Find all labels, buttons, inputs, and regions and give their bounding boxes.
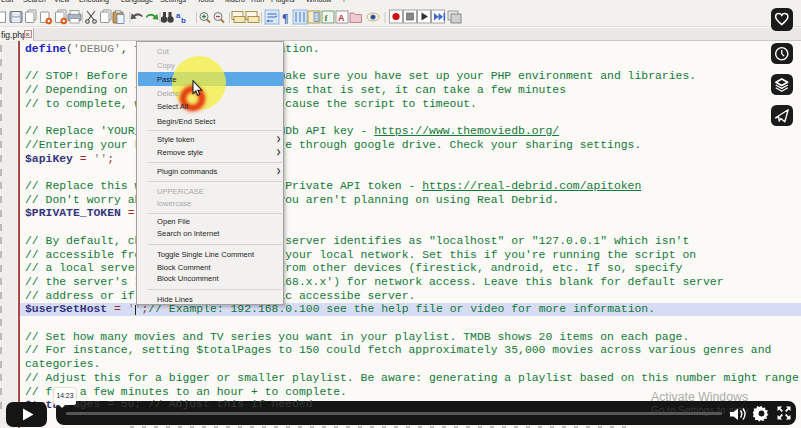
svg-text:b: b — [181, 16, 186, 25]
svg-text:A: A — [338, 13, 345, 23]
svg-text:¶: ¶ — [282, 11, 288, 25]
